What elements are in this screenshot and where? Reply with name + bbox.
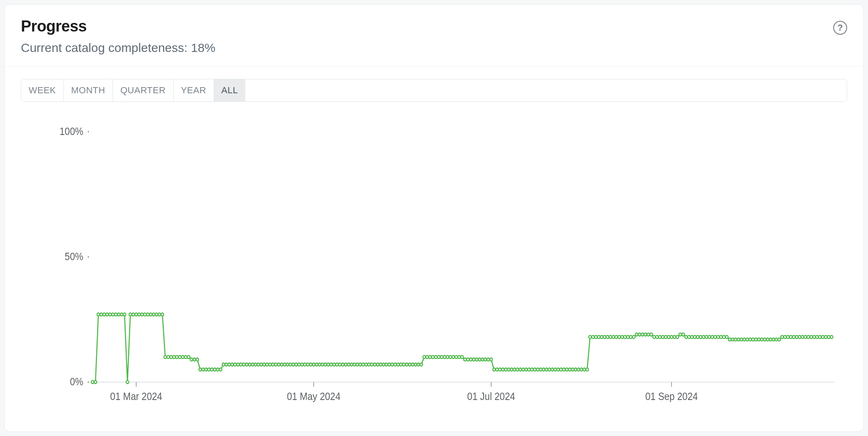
- svg-point-218: [702, 335, 705, 338]
- svg-point-184: [603, 335, 606, 338]
- svg-point-44: [196, 358, 199, 361]
- svg-point-15: [111, 313, 114, 316]
- svg-point-127: [437, 355, 440, 358]
- svg-point-57: [234, 363, 237, 366]
- svg-point-229: [734, 338, 737, 341]
- svg-point-239: [763, 338, 766, 341]
- svg-point-238: [760, 338, 763, 341]
- svg-point-118: [411, 363, 414, 366]
- svg-point-247: [787, 335, 789, 338]
- svg-point-95: [344, 363, 347, 366]
- svg-point-255: [810, 335, 813, 338]
- card-body: WEEKMONTHQUARTERYEARALL 0%50%100%01 Mar …: [5, 67, 863, 432]
- svg-point-227: [728, 338, 731, 341]
- svg-point-19: [123, 313, 126, 316]
- svg-point-106: [376, 363, 379, 366]
- svg-point-240: [766, 338, 769, 341]
- svg-point-256: [813, 335, 816, 338]
- svg-point-126: [434, 355, 437, 358]
- y-tick-label: 0%: [70, 376, 84, 388]
- svg-point-210: [679, 333, 682, 336]
- svg-point-228: [731, 338, 734, 341]
- card-title: Progress: [21, 18, 847, 35]
- svg-point-262: [830, 335, 833, 338]
- x-tick-label: 01 Jul 2024: [467, 391, 515, 402]
- svg-point-147: [496, 368, 499, 371]
- svg-point-41: [187, 355, 190, 358]
- svg-point-45: [199, 368, 202, 371]
- svg-point-13: [106, 313, 108, 316]
- svg-point-38: [179, 355, 181, 358]
- svg-point-230: [737, 338, 740, 341]
- svg-point-185: [606, 335, 609, 338]
- svg-point-122: [423, 355, 426, 358]
- svg-point-11: [100, 313, 103, 316]
- range-tab-all[interactable]: ALL: [214, 79, 246, 101]
- svg-point-60: [242, 363, 245, 366]
- svg-point-18: [120, 313, 123, 316]
- svg-point-146: [493, 368, 495, 371]
- svg-point-212: [685, 335, 687, 338]
- svg-point-92: [336, 363, 339, 366]
- svg-point-89: [327, 363, 330, 366]
- svg-point-245: [781, 335, 784, 338]
- svg-point-259: [821, 335, 824, 338]
- svg-point-25: [141, 313, 144, 316]
- svg-point-31: [158, 313, 161, 316]
- svg-point-49: [210, 368, 213, 371]
- help-icon[interactable]: ?: [833, 21, 847, 35]
- svg-point-91: [333, 363, 336, 366]
- svg-point-130: [446, 355, 449, 358]
- svg-point-145: [490, 358, 493, 361]
- svg-point-215: [694, 335, 696, 338]
- svg-point-187: [612, 335, 615, 338]
- svg-point-46: [202, 368, 205, 371]
- svg-point-157: [525, 368, 528, 371]
- svg-point-186: [609, 335, 612, 338]
- svg-point-74: [283, 363, 286, 366]
- svg-point-182: [597, 335, 600, 338]
- svg-point-234: [749, 338, 752, 341]
- range-tab-quarter[interactable]: QUARTER: [113, 79, 174, 101]
- svg-point-14: [108, 313, 111, 316]
- svg-point-93: [339, 363, 341, 366]
- svg-point-249: [792, 335, 795, 338]
- svg-point-102: [365, 363, 368, 366]
- svg-point-94: [341, 363, 344, 366]
- svg-point-250: [795, 335, 798, 338]
- svg-point-219: [705, 335, 708, 338]
- svg-point-73: [280, 363, 283, 366]
- svg-point-71: [274, 363, 277, 366]
- svg-point-76: [289, 363, 292, 366]
- svg-point-84: [312, 363, 315, 366]
- svg-point-180: [592, 335, 594, 338]
- time-range-toggle: WEEKMONTHQUARTERYEARALL: [21, 79, 847, 102]
- svg-point-242: [772, 338, 775, 341]
- svg-point-82: [307, 363, 310, 366]
- svg-point-138: [470, 358, 472, 361]
- svg-point-120: [417, 363, 420, 366]
- svg-point-195: [635, 333, 638, 336]
- svg-point-78: [295, 363, 298, 366]
- series-points: [91, 313, 833, 384]
- svg-point-189: [618, 335, 621, 338]
- svg-point-223: [717, 335, 720, 338]
- range-tab-week[interactable]: WEEK: [21, 79, 64, 101]
- svg-point-244: [778, 338, 781, 341]
- svg-point-155: [519, 368, 522, 371]
- svg-point-190: [621, 335, 624, 338]
- svg-point-114: [400, 363, 402, 366]
- svg-point-196: [638, 333, 641, 336]
- svg-point-169: [560, 368, 563, 371]
- range-tab-month[interactable]: MONTH: [64, 79, 113, 101]
- svg-point-64: [254, 363, 257, 366]
- svg-point-181: [594, 335, 597, 338]
- range-tab-year[interactable]: YEAR: [174, 79, 214, 101]
- svg-point-176: [580, 368, 583, 371]
- svg-point-175: [577, 368, 580, 371]
- svg-point-112: [394, 363, 397, 366]
- svg-point-105: [373, 363, 376, 366]
- svg-point-232: [743, 338, 746, 341]
- svg-point-81: [303, 363, 306, 366]
- svg-point-251: [798, 335, 801, 338]
